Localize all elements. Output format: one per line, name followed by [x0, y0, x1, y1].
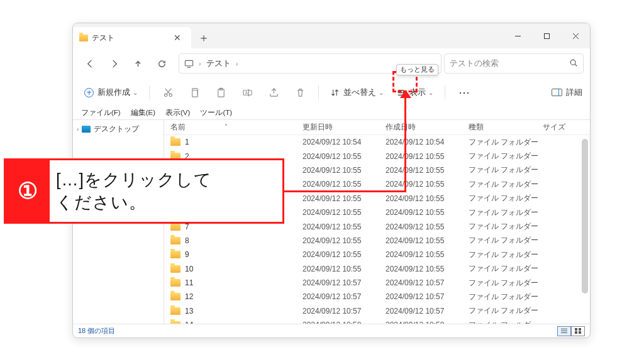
menu-file[interactable]: ファイル(F): [77, 107, 125, 119]
up-button[interactable]: [127, 53, 148, 74]
folder-icon: [170, 279, 180, 287]
file-modified: 2024/09/12 10:57: [303, 278, 386, 287]
file-created: 2024/09/12 10:55: [386, 166, 469, 175]
maximize-button[interactable]: [532, 23, 561, 48]
file-modified: 2024/09/12 10:55: [303, 265, 386, 273]
details-pane-button[interactable]: 詳細: [552, 87, 582, 98]
file-modified: 2024/09/12 10:57: [303, 292, 386, 301]
col-name[interactable]: 名前: [170, 122, 303, 133]
back-button[interactable]: [79, 53, 101, 74]
breadcrumb[interactable]: テスト: [206, 58, 231, 69]
table-row[interactable]: 12024/09/12 10:542024/09/12 10:54ファイル フォ…: [164, 135, 590, 149]
menu-view[interactable]: 表示(V): [161, 107, 194, 119]
minimize-button[interactable]: [503, 23, 532, 48]
monitor-icon: [184, 59, 194, 69]
file-type: ファイル フォルダー: [469, 165, 543, 175]
file-modified: 2024/09/12 10:55: [303, 194, 386, 203]
search-input[interactable]: テストの検索: [444, 53, 584, 74]
table-row[interactable]: 102024/09/12 10:552024/09/12 10:55ファイル フ…: [164, 262, 590, 276]
view-details-button[interactable]: [557, 326, 571, 336]
tab-close-button[interactable]: ✕: [170, 30, 185, 45]
plus-circle-icon: [84, 88, 94, 97]
menu-edit[interactable]: 編集(E): [126, 107, 160, 119]
col-modified[interactable]: 更新日時: [303, 122, 386, 133]
new-button[interactable]: 新規作成 ⌄: [80, 85, 142, 101]
table-row[interactable]: 112024/09/12 10:572024/09/12 10:57ファイル フ…: [164, 276, 590, 290]
file-modified: 2024/09/12 10:55: [303, 222, 386, 231]
file-modified: 2024/09/12 10:55: [303, 236, 386, 245]
file-type: ファイル フォルダー: [469, 250, 543, 260]
file-type: ファイル フォルダー: [469, 137, 543, 148]
file-created: 2024/09/12 10:55: [386, 152, 469, 161]
toolbar: 新規作成 ⌄ A 並べ替え ⌄ 表示 ⌄ ⋯ 詳細: [73, 79, 590, 106]
file-created: 2024/09/12 10:55: [386, 222, 469, 231]
file-name: 1: [185, 138, 189, 146]
table-row[interactable]: 122024/09/12 10:572024/09/12 10:57ファイル フ…: [164, 290, 590, 304]
col-created[interactable]: 作成日時: [386, 122, 469, 133]
file-modified: 2024/09/12 10:57: [303, 307, 386, 315]
forward-button[interactable]: [103, 53, 125, 74]
file-created: 2024/09/12 10:55: [386, 208, 469, 217]
refresh-button[interactable]: [151, 53, 172, 74]
sort-indicator-icon: ˄: [225, 123, 228, 130]
folder-icon: [79, 35, 88, 41]
new-label: 新規作成: [97, 87, 130, 98]
sort-label: 並べ替え: [343, 87, 376, 98]
file-type: ファイル フォルダー: [469, 193, 543, 204]
file-created: 2024/09/12 10:57: [386, 307, 469, 315]
file-type: ファイル フォルダー: [469, 263, 543, 274]
file-type: ファイル フォルダー: [469, 292, 543, 302]
folder-icon: [170, 293, 180, 300]
separator: [318, 85, 319, 99]
table-row[interactable]: 82024/09/12 10:552024/09/12 10:55ファイル フォ…: [164, 234, 590, 248]
file-created: 2024/09/12 10:55: [386, 250, 469, 259]
titlebar: テスト ✕ ＋: [73, 23, 590, 48]
table-row[interactable]: 92024/09/12 10:552024/09/12 10:55ファイル フォ…: [164, 248, 590, 261]
more-button[interactable]: ⋯: [453, 83, 475, 102]
rename-button[interactable]: A: [236, 82, 258, 103]
table-row[interactable]: 132024/09/12 10:572024/09/12 10:57ファイル フ…: [164, 304, 590, 318]
tab-title: テスト: [92, 33, 114, 43]
desktop-icon: [82, 126, 91, 133]
sort-button[interactable]: 並べ替え ⌄: [326, 85, 387, 101]
svg-point-6: [570, 60, 575, 65]
file-modified: 2024/09/12 10:55: [303, 180, 386, 189]
close-button[interactable]: [561, 23, 590, 48]
scrollbar[interactable]: [580, 139, 589, 337]
new-tab-button[interactable]: ＋: [191, 27, 216, 48]
table-row[interactable]: 142024/09/12 10:582024/09/12 10:58ファイル フ…: [164, 318, 590, 324]
tooltip-more: もっと見る: [396, 64, 438, 75]
file-type: ファイル フォルダー: [469, 179, 543, 190]
separator: [445, 85, 445, 99]
file-created: 2024/09/12 10:55: [386, 194, 469, 203]
folder-icon: [170, 307, 180, 315]
file-type: ファイル フォルダー: [469, 235, 543, 246]
scrollbar-thumb[interactable]: [582, 139, 588, 293]
file-name: 8: [185, 236, 189, 245]
file-type: ファイル フォルダー: [469, 207, 543, 218]
folder-icon: [170, 223, 180, 231]
col-type[interactable]: 種類: [469, 122, 543, 133]
details-pane-icon: [552, 89, 562, 96]
chevron-down-icon: ⌄: [428, 89, 433, 96]
separator: [149, 85, 150, 99]
step-number: ①: [18, 178, 38, 204]
annotation-arrow-line: [404, 94, 406, 192]
file-type: ファイル フォルダー: [469, 305, 543, 316]
sidebar-item-label: デスクトップ: [94, 124, 139, 134]
paste-button[interactable]: [210, 82, 231, 103]
svg-rect-1: [544, 33, 549, 38]
window-controls: [503, 23, 590, 48]
cut-button[interactable]: [157, 82, 179, 103]
tab-current[interactable]: テスト ✕: [73, 27, 191, 48]
delete-button[interactable]: [289, 82, 311, 103]
share-button[interactable]: [263, 82, 284, 103]
chevron-down-icon: ⌄: [133, 89, 138, 96]
file-type: ファイル フォルダー: [469, 278, 543, 288]
col-size[interactable]: サイズ: [543, 122, 590, 133]
chevron-right-icon: ›: [199, 60, 201, 67]
copy-button[interactable]: [184, 82, 205, 103]
sidebar-item-desktop[interactable]: › デスクトップ: [73, 122, 164, 136]
file-name: 9: [185, 250, 189, 259]
menu-tool[interactable]: ツール(T): [196, 107, 236, 119]
